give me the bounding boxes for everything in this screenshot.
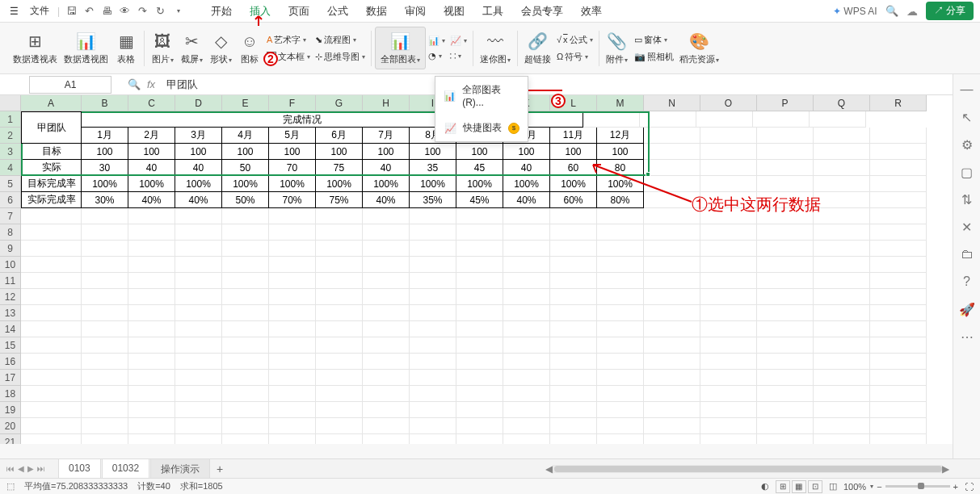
cell[interactable] xyxy=(82,241,128,257)
cell[interactable] xyxy=(814,192,870,208)
cell[interactable] xyxy=(316,337,363,354)
cell[interactable] xyxy=(757,160,814,176)
pivot-table-button[interactable]: ⊞数据透视表 xyxy=(10,29,61,67)
cell[interactable] xyxy=(870,418,927,434)
cell[interactable] xyxy=(503,321,550,337)
cell[interactable] xyxy=(456,434,503,444)
cell[interactable] xyxy=(316,386,363,402)
select-all-corner[interactable] xyxy=(0,95,21,111)
cell[interactable] xyxy=(175,273,222,289)
cell[interactable] xyxy=(269,257,316,273)
cell[interactable] xyxy=(269,289,316,305)
cell[interactable] xyxy=(597,241,644,257)
fx-icon[interactable]: fx xyxy=(147,78,155,90)
cell[interactable]: 40 xyxy=(363,160,410,176)
cell[interactable]: 6月 xyxy=(316,128,363,144)
cell[interactable] xyxy=(870,386,927,402)
cell[interactable] xyxy=(644,434,700,444)
cell[interactable] xyxy=(410,354,456,370)
cell[interactable] xyxy=(503,289,550,305)
cell[interactable] xyxy=(814,418,870,434)
save-icon[interactable]: 🖫 xyxy=(65,5,78,18)
cell[interactable] xyxy=(269,337,316,354)
cell[interactable] xyxy=(757,354,814,370)
cell[interactable] xyxy=(21,402,82,418)
cell[interactable]: 甲团队 xyxy=(21,111,82,144)
cell[interactable] xyxy=(757,128,814,144)
cell[interactable] xyxy=(21,354,82,370)
cell[interactable] xyxy=(644,418,700,434)
redo-icon[interactable]: ↷ xyxy=(136,5,149,18)
cell[interactable] xyxy=(456,321,503,337)
cell[interactable]: 100 xyxy=(316,144,363,160)
cell[interactable] xyxy=(503,402,550,418)
cell[interactable] xyxy=(814,354,870,370)
cell[interactable]: 45% xyxy=(456,192,503,208)
cell[interactable] xyxy=(222,321,269,337)
cell[interactable] xyxy=(410,241,456,257)
cell[interactable] xyxy=(410,370,456,386)
cell[interactable] xyxy=(21,241,82,257)
cell[interactable] xyxy=(814,370,870,386)
cell[interactable] xyxy=(810,111,866,128)
cell[interactable] xyxy=(456,305,503,321)
cell[interactable]: 100% xyxy=(175,176,222,192)
tab-tools[interactable]: 工具 xyxy=(481,1,505,22)
form-button[interactable]: ▭ 窗体▾ xyxy=(632,32,676,48)
tab-member[interactable]: 会员专享 xyxy=(519,1,565,22)
cell[interactable] xyxy=(363,370,410,386)
cell[interactable] xyxy=(503,241,550,257)
row-header[interactable]: 15 xyxy=(0,337,21,354)
cell[interactable] xyxy=(503,208,550,224)
cell[interactable] xyxy=(128,321,175,337)
row-header[interactable]: 1 xyxy=(0,111,21,128)
cell[interactable] xyxy=(597,402,644,418)
cell[interactable] xyxy=(700,224,757,241)
cell[interactable] xyxy=(82,337,128,354)
cell[interactable] xyxy=(222,386,269,402)
cell[interactable]: 50 xyxy=(222,160,269,176)
cell[interactable] xyxy=(21,418,82,434)
cell[interactable] xyxy=(222,434,269,444)
col-header[interactable]: C xyxy=(128,95,175,111)
cell[interactable] xyxy=(550,402,597,418)
cell[interactable] xyxy=(644,337,700,354)
cell[interactable] xyxy=(82,418,128,434)
dropdown-quick-chart[interactable]: 📈 快捷图表 $ xyxy=(435,115,528,141)
cell[interactable] xyxy=(269,354,316,370)
redo2-icon[interactable]: ↻ xyxy=(154,5,166,18)
cell[interactable] xyxy=(870,402,927,418)
cell[interactable]: 75% xyxy=(316,192,363,208)
cell[interactable] xyxy=(316,224,363,241)
cell[interactable] xyxy=(550,273,597,289)
cell[interactable] xyxy=(456,354,503,370)
split-icon[interactable]: ◫ xyxy=(829,481,837,492)
cell[interactable] xyxy=(128,337,175,354)
attachment-button[interactable]: 📎附件▾ xyxy=(603,29,632,67)
col-header[interactable]: Q xyxy=(814,95,870,111)
row-header[interactable]: 19 xyxy=(0,402,21,418)
cell[interactable] xyxy=(410,321,456,337)
pie-chart-button[interactable]: ◔▾ xyxy=(426,49,448,63)
cell[interactable]: 70% xyxy=(269,192,316,208)
cell[interactable] xyxy=(456,370,503,386)
row-header[interactable]: 7 xyxy=(0,208,21,224)
cell[interactable] xyxy=(82,354,128,370)
cell[interactable]: 100% xyxy=(550,176,597,192)
search-icon[interactable]: 🔍 xyxy=(885,5,898,18)
cell[interactable] xyxy=(757,224,814,241)
cell[interactable]: 100% xyxy=(597,176,644,192)
cell[interactable]: 100 xyxy=(456,144,503,160)
cell[interactable] xyxy=(597,257,644,273)
cell[interactable] xyxy=(757,337,814,354)
cell[interactable] xyxy=(21,257,82,273)
cell[interactable] xyxy=(222,305,269,321)
cell[interactable] xyxy=(222,241,269,257)
cell[interactable]: 40 xyxy=(503,160,550,176)
cell[interactable] xyxy=(757,176,814,192)
row-header[interactable]: 20 xyxy=(0,418,21,434)
cell[interactable] xyxy=(597,273,644,289)
cell[interactable] xyxy=(269,386,316,402)
cell[interactable]: 80% xyxy=(597,192,644,208)
cell[interactable] xyxy=(410,224,456,241)
